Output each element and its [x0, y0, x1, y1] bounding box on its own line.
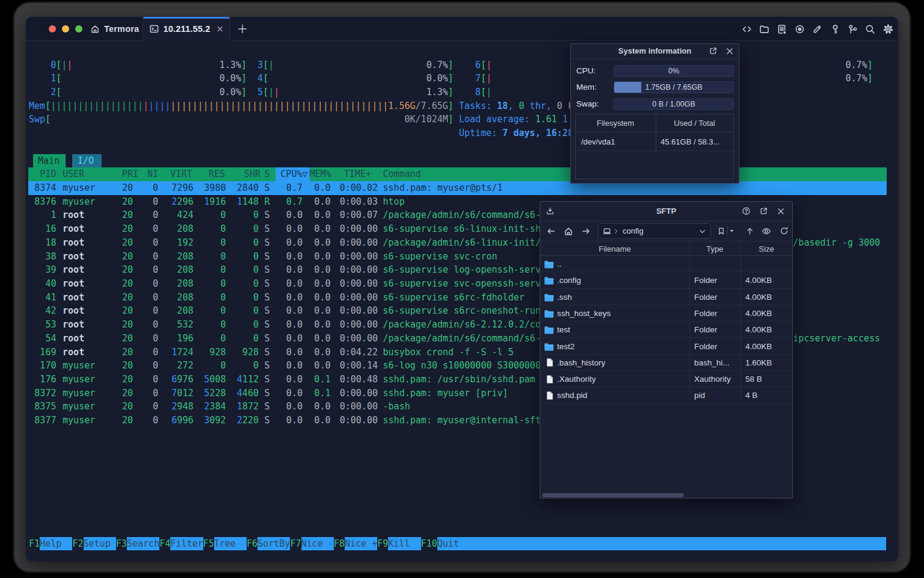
sftp-close-button[interactable] [777, 207, 785, 216]
minimize-window-button[interactable] [62, 25, 69, 33]
terminal-text: [ [56, 85, 61, 99]
terminal-text: root [63, 346, 84, 359]
sftp-panel: SFTPconfigFilenameTypeSize...configFolde… [540, 201, 793, 499]
sftp-file-row[interactable]: .. [541, 256, 793, 272]
edit-pencil-button[interactable] [808, 17, 826, 41]
terminal-text: 18 [45, 236, 56, 250]
key-button[interactable] [826, 17, 843, 41]
terminal-text: 0 [153, 181, 158, 195]
folder-button[interactable] [756, 17, 773, 41]
terminal-text: 208 [177, 291, 193, 305]
settings-gear-button[interactable] [879, 17, 897, 41]
terminal-text: ] [241, 58, 247, 72]
sftp-back-button[interactable] [545, 221, 557, 241]
file-icon [545, 374, 554, 384]
sftp-file-row[interactable]: .XauthorityXauthority58 B [541, 371, 793, 387]
sftp-home-button[interactable] [562, 221, 574, 241]
sftp-file-row[interactable]: test2Folder4.00KB [541, 338, 793, 355]
code-button[interactable] [738, 17, 755, 41]
sftp-forward-button[interactable] [580, 221, 592, 241]
tab-ssh-session[interactable]: 10.211.55.2 [143, 17, 230, 41]
terminal-text: 1 [204, 195, 209, 209]
sftp-refresh-button[interactable] [778, 221, 790, 241]
terminal-text: 0 [253, 236, 259, 250]
zoom-window-button[interactable] [75, 25, 82, 33]
terminal-text: /basedir -g 3000 [793, 236, 880, 250]
terminal-text: 0.0 [286, 318, 303, 332]
plus-icon [237, 23, 248, 34]
terminal-text: | [486, 85, 491, 99]
htop-process-row[interactable]: 8374myuser200729639802840S0.70.00:00.02s… [26, 181, 898, 195]
sftp-path-box[interactable]: config [598, 223, 711, 239]
sftp-col-filename[interactable]: Filename [540, 241, 689, 256]
terminal-text: 928 [242, 346, 259, 359]
close-window-button[interactable] [49, 25, 56, 33]
sftp-bookmark-dropdown-button[interactable] [728, 221, 735, 241]
file-size: 4.00KB [745, 272, 772, 288]
terminal-text: Mem [29, 99, 45, 113]
terminal-text: 148 [242, 195, 259, 209]
git-fork-button[interactable] [844, 17, 861, 41]
file-type: Folder [694, 322, 717, 338]
terminal-text: 0 [153, 236, 158, 250]
sftp-upload-button[interactable] [744, 221, 756, 241]
terminal-text: 0.0 [314, 359, 330, 373]
log-document-button[interactable] [773, 17, 790, 41]
sftp-show-hidden-button[interactable] [760, 221, 772, 241]
tab-termora-home[interactable]: Termora [83, 17, 146, 41]
terminal-text: RES [209, 167, 225, 181]
sftp-title-bar: SFTP [540, 202, 792, 220]
fs-table-row[interactable]: /dev/vda145.61GB / 58.3... [576, 132, 733, 152]
sftp-open-in-new-button[interactable] [759, 207, 768, 216]
new-tab-button[interactable] [230, 17, 254, 41]
terminal-text: 0 [153, 195, 158, 209]
sftp-file-row[interactable]: testFolder4.00KB [541, 322, 793, 338]
sftp-bookmark-button[interactable] [716, 221, 726, 241]
terminal-text: 0:00.00 [340, 318, 378, 332]
close-tab-icon[interactable] [217, 25, 224, 33]
sftp-file-row[interactable]: .sshFolder4.00KB [541, 289, 793, 305]
sftp-col-size[interactable]: Size [741, 241, 793, 256]
sftp-file-row[interactable]: ssh_host_keysFolder4.00KB [541, 305, 793, 322]
sftp-help-button[interactable] [742, 207, 751, 216]
terminal-text: ] [448, 72, 454, 85]
screen: Termora 10.211.55.2 0[||1.3%]3[|0.7%]6[|… [0, 0, 924, 578]
terminal-text: S [265, 222, 270, 236]
terminal-text: 112 [242, 373, 259, 387]
terminal-text: 3980 [204, 181, 226, 195]
file-type: Folder [694, 289, 717, 305]
fs-col-filesystem[interactable]: Filesystem [576, 114, 655, 132]
terminal-text: [ [481, 72, 486, 85]
record-button[interactable] [791, 17, 808, 41]
htop-cpu-meter-row: 0[||1.3%]3[|0.7%]6[|]9[0.7%] [26, 58, 898, 72]
sftp-title: SFTP [656, 207, 676, 216]
sysinfo-open-in-new-button[interactable] [709, 46, 718, 55]
terminal-text: 7296 [171, 181, 193, 195]
titlebar-actions [738, 17, 898, 41]
search-button[interactable] [861, 17, 879, 41]
terminal-text: -bash [383, 400, 410, 414]
fnbar-button-quit[interactable] [437, 537, 886, 551]
terminal-text: Quit [437, 537, 459, 551]
htop-swap-meter-row: Swp[0K/1024M]Load average: 1.611.07 0.82 [26, 113, 898, 126]
terminal-text: ] [448, 85, 454, 99]
fs-col-used-total[interactable]: Used / Total [656, 114, 733, 132]
sftp-transfers-button[interactable] [546, 202, 555, 220]
sftp-file-row[interactable]: .bash_historybash_hi...1.60KB [541, 355, 793, 371]
sftp-file-row[interactable]: .configFolder4.00KB [541, 272, 793, 288]
file-name: test2 [557, 338, 574, 355]
sftp-col-type[interactable]: Type [689, 241, 741, 256]
sysinfo-close-button[interactable] [725, 47, 734, 55]
terminal-text: 0:00.14 [340, 359, 378, 373]
terminal-text: 0 [153, 359, 158, 373]
folder-icon [544, 309, 555, 319]
folder-icon [544, 276, 555, 285]
terminal-text: [ [481, 85, 486, 99]
sftp-path-segment[interactable]: config [623, 226, 644, 235]
terminal-text: 0.0 [314, 277, 330, 291]
terminal-text: 0 [153, 304, 158, 318]
sftp-horizontal-scrollbar[interactable] [542, 493, 684, 497]
terminal-text: | [67, 58, 72, 72]
sftp-file-row[interactable]: sshd.pidpid4 B [541, 387, 793, 403]
terminal-text: 0 [153, 263, 158, 277]
